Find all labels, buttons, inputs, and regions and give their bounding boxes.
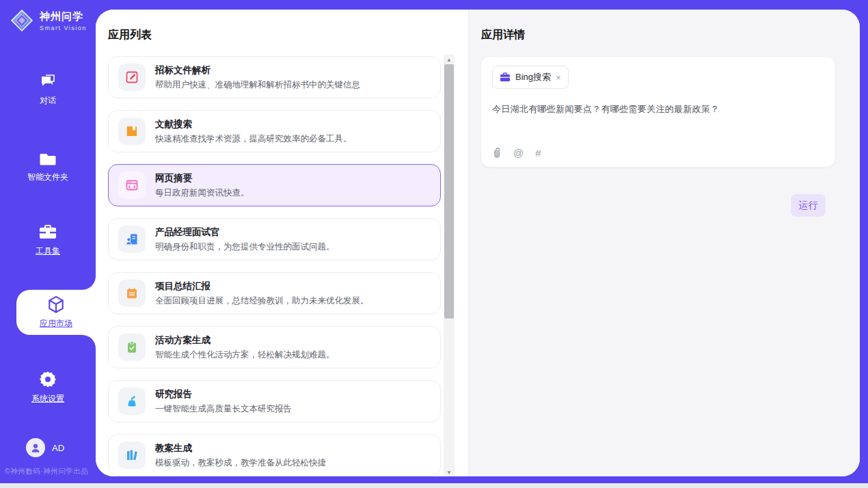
main-content: 应用列表 招标文件解析 帮助用户快速、准确地理解和解析招标书中的关键信息 [96, 10, 860, 476]
ink-pen-icon [118, 388, 146, 415]
app-card-title: 研究报告 [155, 388, 292, 401]
app-card-project-summary[interactable]: 项目总结汇报 全面回顾项目进展，总结经验教训，助力未来优化发展。 [108, 272, 441, 314]
sidebar-item-chat[interactable]: 对话 [0, 74, 96, 107]
briefcase-icon [500, 72, 511, 82]
list-scrollbar[interactable]: ▲ ▼ [444, 55, 455, 476]
logo-diamond-icon [10, 8, 34, 33]
sidebar-item-settings[interactable]: 系统设置 [0, 370, 96, 405]
app-card-research-report[interactable]: 研究报告 一键智能生成高质量长文本研究报告 [108, 380, 441, 422]
app-card-title: 活动方案生成 [155, 334, 335, 347]
folder-icon [39, 152, 57, 167]
app-card-lesson-plan[interactable]: 教案生成 模板驱动，教案秒成，教学准备从此轻松快捷 [108, 434, 441, 476]
sidebar-item-app-market[interactable]: 应用市场 [16, 290, 96, 335]
app-card-bid-analysis[interactable]: 招标文件解析 帮助用户快速、准确地理解和解析招标书中的关键信息 [108, 56, 441, 98]
brand-subtitle: Smart Vision [40, 25, 87, 31]
mention-icon[interactable]: @ [513, 147, 524, 159]
sidebar-item-label: 智能文件夹 [27, 172, 68, 183]
app-card-webpage-summary[interactable]: 网页摘要 每日政府新闻资讯快查。 [108, 164, 441, 206]
app-card-desc: 模板驱动，教案秒成，教学准备从此轻松快捷 [155, 457, 326, 469]
browser-window-icon [118, 172, 146, 199]
sidebar-item-toolset[interactable]: 工具集 [0, 224, 96, 257]
app-detail-title: 应用详情 [469, 10, 860, 42]
app-card-pm-interviewer[interactable]: 产品经理面试官 明确身份和职责，为您提供专业性的面试问题。 [108, 218, 441, 260]
edit-document-icon [118, 64, 146, 91]
hash-icon[interactable]: # [535, 147, 541, 159]
attachment-toolbar: @ # [492, 147, 541, 159]
app-card-title: 招标文件解析 [155, 64, 360, 77]
close-icon[interactable]: × [556, 73, 561, 82]
sidebar-item-label: 对话 [40, 95, 56, 107]
app-logo: 神州问学 Smart Vision [10, 8, 87, 33]
toolbox-icon [38, 224, 57, 241]
app-card-desc: 一键智能生成高质量长文本研究报告 [155, 403, 292, 415]
sidebar-item-label: 应用市场 [40, 318, 72, 329]
app-card-literature-search[interactable]: 文献搜索 快速精准查找学术资源，提高研究效率的必备工具。 [108, 110, 441, 152]
app-card-title: 项目总结汇报 [155, 280, 369, 293]
tool-tag-bing-search[interactable]: Bing搜索 × [492, 66, 569, 89]
scroll-down-icon[interactable]: ▼ [444, 467, 455, 476]
cube-icon [47, 295, 65, 314]
scrollbar-thumb[interactable] [444, 64, 454, 318]
app-list-title: 应用列表 [96, 10, 468, 42]
query-text[interactable]: 今日湖北有哪些新闻要点？有哪些需要关注的最新政策？ [492, 103, 824, 116]
run-button[interactable]: 运行 [791, 194, 826, 217]
tool-tag-label: Bing搜索 [515, 71, 551, 83]
paperclip-icon[interactable] [492, 147, 502, 159]
scroll-up-icon[interactable]: ▲ [444, 55, 455, 64]
app-card-desc: 智能生成个性化活动方案，轻松解决规划难题。 [155, 349, 335, 361]
copyright-text: ©神州数码·神州问学出品 [5, 467, 88, 476]
sidebar: 神州问学 Smart Vision 对话 智能文件夹 [0, 0, 96, 483]
prompt-input-card[interactable]: Bing搜索 × 今日湖北有哪些新闻要点？有哪些需要关注的最新政策？ @ # [480, 56, 836, 167]
app-card-desc: 帮助用户快速、准确地理解和解析招标书中的关键信息 [155, 79, 360, 91]
user-name: AD [52, 443, 64, 453]
calendar-note-icon [118, 280, 146, 307]
sidebar-item-smart-folder[interactable]: 智能文件夹 [0, 152, 96, 183]
window-bottom-edge [0, 483, 868, 488]
brand-title: 神州问学 [40, 10, 87, 23]
sidebar-item-label: 系统设置 [31, 393, 64, 405]
app-card-desc: 明确身份和职责，为您提供专业性的面试问题。 [155, 241, 335, 253]
app-card-desc: 快速精准查找学术资源，提高研究效率的必备工具。 [155, 133, 352, 145]
chat-icon [39, 74, 57, 90]
bubble-bottom-fillet [82, 335, 96, 349]
bubble-top-fillet [82, 276, 96, 290]
book-icon [118, 118, 146, 145]
interviewer-person-icon [118, 226, 146, 253]
sidebar-item-label: 工具集 [36, 245, 60, 257]
app-detail-panel: 应用详情 Bing搜索 × 今日湖北有哪些新闻要点？有哪些需要关注的最新政策？ [468, 10, 860, 476]
clipboard-check-icon [118, 334, 146, 361]
gear-icon [39, 370, 57, 388]
app-card-activity-plan[interactable]: 活动方案生成 智能生成个性化活动方案，轻松解决规划难题。 [108, 326, 441, 368]
app-card-desc: 每日政府新闻资讯快查。 [155, 187, 249, 199]
app-list: 招标文件解析 帮助用户快速、准确地理解和解析招标书中的关键信息 文献搜索 快速精… [108, 56, 441, 476]
app-list-panel: 应用列表 招标文件解析 帮助用户快速、准确地理解和解析招标书中的关键信息 [96, 10, 468, 476]
app-card-title: 教案生成 [155, 442, 326, 455]
books-icon [118, 442, 146, 469]
avatar [26, 438, 45, 457]
app-card-title: 文献搜索 [155, 118, 352, 131]
app-card-title: 产品经理面试官 [155, 226, 335, 239]
app-card-desc: 全面回顾项目进展，总结经验教训，助力未来优化发展。 [155, 295, 369, 307]
app-card-title: 网页摘要 [155, 172, 249, 185]
user-account[interactable]: AD [26, 438, 64, 457]
